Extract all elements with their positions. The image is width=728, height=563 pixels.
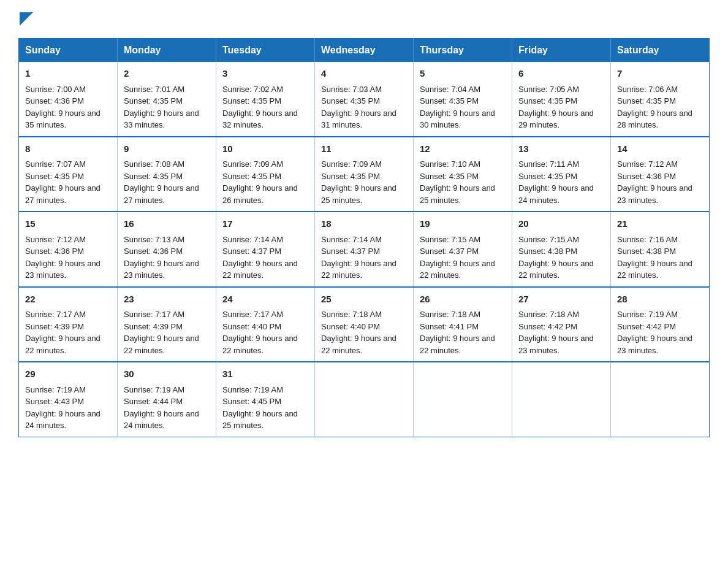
day-number: 12 [420, 142, 506, 156]
calendar-cell: 9Sunrise: 7:08 AMSunset: 4:35 PMDaylight… [118, 137, 216, 212]
calendar-cell: 8Sunrise: 7:07 AMSunset: 4:35 PMDaylight… [19, 137, 118, 212]
logo [18, 12, 33, 26]
calendar-table: SundayMondayTuesdayWednesdayThursdayFrid… [18, 38, 710, 437]
svg-marker-0 [20, 12, 33, 26]
calendar-cell: 31Sunrise: 7:19 AMSunset: 4:45 PMDayligh… [216, 362, 315, 437]
calendar-cell: 10Sunrise: 7:09 AMSunset: 4:35 PMDayligh… [216, 137, 315, 212]
calendar-cell: 12Sunrise: 7:10 AMSunset: 4:35 PMDayligh… [414, 137, 512, 212]
day-number: 16 [124, 217, 210, 231]
day-number: 25 [321, 293, 407, 307]
day-number: 13 [518, 142, 604, 156]
calendar-cell: 27Sunrise: 7:18 AMSunset: 4:42 PMDayligh… [512, 287, 611, 362]
logo-triangle-icon [20, 12, 33, 26]
calendar-cell: 3Sunrise: 7:02 AMSunset: 4:35 PMDaylight… [216, 62, 315, 137]
day-number: 15 [25, 217, 111, 231]
day-number: 20 [518, 217, 604, 231]
day-number: 22 [25, 293, 111, 307]
day-number: 26 [420, 293, 506, 307]
calendar-cell: 16Sunrise: 7:13 AMSunset: 4:36 PMDayligh… [118, 212, 216, 287]
calendar-cell: 1Sunrise: 7:00 AMSunset: 4:36 PMDaylight… [19, 62, 118, 137]
day-number: 19 [420, 217, 506, 231]
header-friday: Friday [512, 39, 611, 63]
calendar-week-row: 29Sunrise: 7:19 AMSunset: 4:43 PMDayligh… [19, 362, 710, 437]
day-number: 11 [321, 142, 407, 156]
day-number: 2 [124, 67, 210, 81]
day-number: 29 [25, 367, 111, 381]
calendar-cell: 4Sunrise: 7:03 AMSunset: 4:35 PMDaylight… [315, 62, 414, 137]
day-number: 14 [617, 142, 703, 156]
calendar-cell [512, 362, 611, 437]
day-number: 30 [124, 367, 210, 381]
calendar-week-row: 1Sunrise: 7:00 AMSunset: 4:36 PMDaylight… [19, 62, 710, 137]
calendar-cell: 17Sunrise: 7:14 AMSunset: 4:37 PMDayligh… [216, 212, 315, 287]
calendar-cell: 15Sunrise: 7:12 AMSunset: 4:36 PMDayligh… [19, 212, 118, 287]
page-header [18, 12, 710, 26]
calendar-cell: 14Sunrise: 7:12 AMSunset: 4:36 PMDayligh… [611, 137, 710, 212]
day-number: 4 [321, 67, 407, 81]
day-number: 8 [25, 142, 111, 156]
calendar-cell: 5Sunrise: 7:04 AMSunset: 4:35 PMDaylight… [414, 62, 512, 137]
calendar-cell: 24Sunrise: 7:17 AMSunset: 4:40 PMDayligh… [216, 287, 315, 362]
calendar-cell: 30Sunrise: 7:19 AMSunset: 4:44 PMDayligh… [118, 362, 216, 437]
calendar-cell: 19Sunrise: 7:15 AMSunset: 4:37 PMDayligh… [414, 212, 512, 287]
calendar-week-row: 22Sunrise: 7:17 AMSunset: 4:39 PMDayligh… [19, 287, 710, 362]
day-number: 5 [420, 67, 506, 81]
calendar-cell: 13Sunrise: 7:11 AMSunset: 4:35 PMDayligh… [512, 137, 611, 212]
calendar-cell [611, 362, 710, 437]
header-wednesday: Wednesday [315, 39, 414, 63]
day-number: 27 [518, 293, 604, 307]
calendar-cell: 7Sunrise: 7:06 AMSunset: 4:35 PMDaylight… [611, 62, 710, 137]
calendar-cell: 21Sunrise: 7:16 AMSunset: 4:38 PMDayligh… [611, 212, 710, 287]
day-number: 6 [518, 67, 604, 81]
day-number: 24 [222, 293, 308, 307]
calendar-cell: 25Sunrise: 7:18 AMSunset: 4:40 PMDayligh… [315, 287, 414, 362]
day-number: 21 [617, 217, 703, 231]
day-number: 17 [222, 217, 308, 231]
calendar-week-row: 15Sunrise: 7:12 AMSunset: 4:36 PMDayligh… [19, 212, 710, 287]
day-number: 23 [124, 293, 210, 307]
day-number: 10 [222, 142, 308, 156]
calendar-cell: 22Sunrise: 7:17 AMSunset: 4:39 PMDayligh… [19, 287, 118, 362]
day-number: 31 [222, 367, 308, 381]
calendar-cell: 28Sunrise: 7:19 AMSunset: 4:42 PMDayligh… [611, 287, 710, 362]
calendar-cell: 11Sunrise: 7:09 AMSunset: 4:35 PMDayligh… [315, 137, 414, 212]
calendar-header-row: SundayMondayTuesdayWednesdayThursdayFrid… [19, 39, 710, 63]
calendar-week-row: 8Sunrise: 7:07 AMSunset: 4:35 PMDaylight… [19, 137, 710, 212]
header-tuesday: Tuesday [216, 39, 315, 63]
header-saturday: Saturday [611, 39, 710, 63]
calendar-cell: 18Sunrise: 7:14 AMSunset: 4:37 PMDayligh… [315, 212, 414, 287]
calendar-cell: 2Sunrise: 7:01 AMSunset: 4:35 PMDaylight… [118, 62, 216, 137]
header-monday: Monday [118, 39, 216, 63]
day-number: 1 [25, 67, 111, 81]
calendar-cell: 26Sunrise: 7:18 AMSunset: 4:41 PMDayligh… [414, 287, 512, 362]
calendar-cell [414, 362, 512, 437]
calendar-cell: 6Sunrise: 7:05 AMSunset: 4:35 PMDaylight… [512, 62, 611, 137]
day-number: 3 [222, 67, 308, 81]
day-number: 28 [617, 293, 703, 307]
header-sunday: Sunday [19, 39, 118, 63]
day-number: 18 [321, 217, 407, 231]
day-number: 9 [124, 142, 210, 156]
day-number: 7 [617, 67, 703, 81]
calendar-cell: 20Sunrise: 7:15 AMSunset: 4:38 PMDayligh… [512, 212, 611, 287]
header-thursday: Thursday [414, 39, 512, 63]
calendar-cell: 23Sunrise: 7:17 AMSunset: 4:39 PMDayligh… [118, 287, 216, 362]
calendar-cell [315, 362, 414, 437]
calendar-cell: 29Sunrise: 7:19 AMSunset: 4:43 PMDayligh… [19, 362, 118, 437]
